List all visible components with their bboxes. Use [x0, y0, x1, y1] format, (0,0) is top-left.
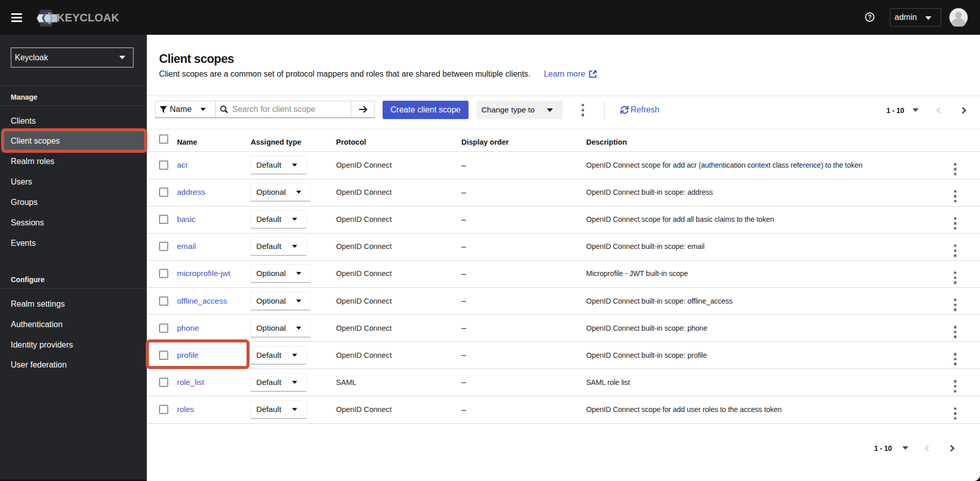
- svg-text:?: ?: [868, 14, 872, 21]
